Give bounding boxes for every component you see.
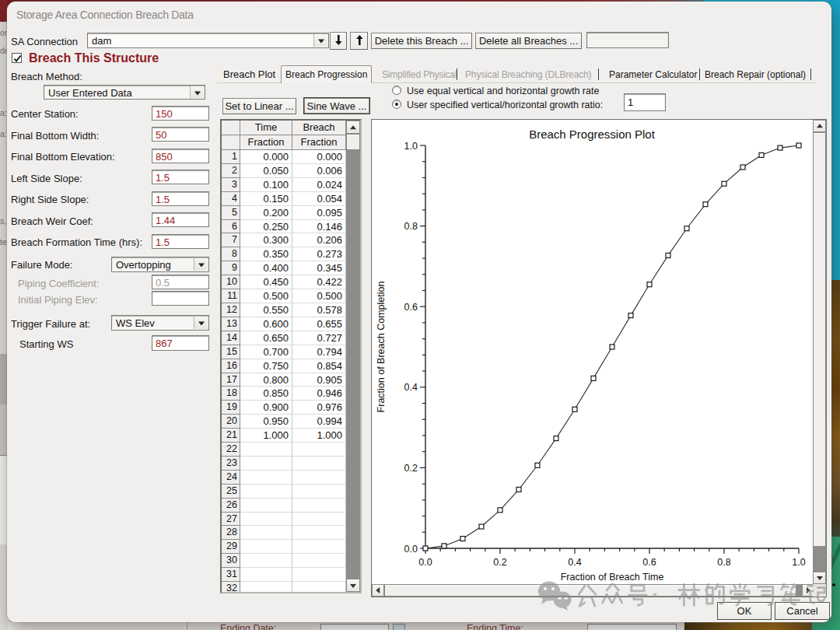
- cell-time-fraction[interactable]: 0.950: [240, 415, 292, 429]
- cell-time-fraction[interactable]: [240, 485, 292, 499]
- cell-breach-fraction[interactable]: 0.095: [292, 206, 346, 220]
- breach-method-combo[interactable]: User Entered Data: [44, 85, 205, 100]
- cell-time-fraction[interactable]: [240, 568, 292, 582]
- cell-time-fraction[interactable]: [240, 471, 292, 485]
- sa-connection-combo-button[interactable]: [313, 34, 327, 47]
- cell-breach-fraction[interactable]: [292, 582, 346, 592]
- scrollbar-track[interactable]: [346, 121, 360, 592]
- cell-breach-fraction[interactable]: [292, 513, 346, 527]
- cell-breach-fraction[interactable]: 0.794: [292, 345, 346, 359]
- cell-time-fraction[interactable]: [240, 513, 292, 527]
- cell-time-fraction[interactable]: 0.150: [240, 192, 292, 206]
- cell-time-fraction[interactable]: [240, 526, 292, 540]
- cell-time-fraction[interactable]: 0.200: [240, 206, 292, 220]
- cell-time-fraction[interactable]: [240, 499, 292, 513]
- cell-breach-fraction[interactable]: 0.905: [292, 373, 346, 387]
- cell-breach-fraction[interactable]: 0.006: [292, 164, 346, 178]
- cell-breach-fraction[interactable]: 0.500: [292, 289, 346, 303]
- cell-time-fraction[interactable]: [240, 457, 292, 471]
- cell-breach-fraction[interactable]: 0.976: [292, 401, 346, 415]
- tab-breach-progression[interactable]: Breach Progression: [285, 69, 367, 80]
- cell-time-fraction[interactable]: 0.350: [240, 247, 292, 261]
- cell-time-fraction[interactable]: 1.000: [240, 429, 292, 443]
- cell-time-fraction[interactable]: 0.700: [240, 345, 292, 359]
- trigger-failure-combo-button[interactable]: [194, 317, 208, 329]
- cell-breach-fraction[interactable]: [292, 568, 346, 582]
- starting-ws-field[interactable]: 867: [152, 335, 209, 351]
- tab-simplified-physical[interactable]: Simplified Physical: [382, 69, 457, 80]
- breach-this-structure-checkbox[interactable]: [12, 53, 22, 63]
- scroll-down-button[interactable]: [346, 579, 360, 592]
- failure-mode-combo[interactable]: Overtopping: [111, 257, 209, 272]
- tab-breach-plot[interactable]: Breach Plot: [223, 68, 275, 80]
- previous-connection-button[interactable]: [330, 32, 347, 50]
- cell-breach-fraction[interactable]: 0.655: [292, 317, 346, 331]
- cell-breach-fraction[interactable]: 0.054: [292, 192, 346, 206]
- table-vertical-scrollbar[interactable]: [346, 121, 360, 592]
- failure-mode-combo-button[interactable]: [194, 258, 208, 271]
- chart-vertical-scrollbar[interactable]: [813, 120, 826, 584]
- final-bottom-elevation-field[interactable]: 850: [152, 149, 209, 163]
- cell-breach-fraction[interactable]: 0.578: [292, 303, 346, 317]
- scroll-up-button[interactable]: [813, 120, 826, 132]
- delete-all-breaches-button[interactable]: Delete all Breaches ...: [475, 33, 582, 49]
- cell-breach-fraction[interactable]: [292, 457, 346, 471]
- cell-time-fraction[interactable]: 0.500: [240, 289, 292, 303]
- breach-method-combo-button[interactable]: [190, 86, 204, 98]
- sine-wave-button[interactable]: Sine Wave ...: [303, 97, 370, 114]
- cell-time-fraction[interactable]: 0.550: [240, 303, 292, 317]
- cell-time-fraction[interactable]: 0.850: [240, 387, 292, 401]
- cell-breach-fraction[interactable]: [292, 499, 346, 513]
- sa-connection-combo[interactable]: dam: [87, 33, 329, 48]
- cell-breach-fraction[interactable]: 0.994: [292, 415, 346, 429]
- right-side-slope-field[interactable]: 1.5: [152, 191, 209, 206]
- breach-weir-coef-field[interactable]: 1.44: [152, 212, 209, 227]
- cell-breach-fraction[interactable]: 0.206: [292, 233, 346, 247]
- cell-breach-fraction[interactable]: [292, 443, 346, 457]
- cell-time-fraction[interactable]: 0.250: [240, 220, 292, 234]
- next-connection-button[interactable]: [350, 32, 368, 50]
- cell-breach-fraction[interactable]: 0.000: [292, 150, 346, 164]
- scroll-left-button[interactable]: [372, 584, 384, 597]
- scrollbar-thumb[interactable]: [346, 134, 360, 150]
- cell-breach-fraction[interactable]: [292, 526, 346, 540]
- cell-time-fraction[interactable]: 0.450: [240, 275, 292, 289]
- cell-time-fraction[interactable]: 0.600: [240, 317, 292, 331]
- equal-growth-radio[interactable]: [392, 86, 401, 95]
- cell-breach-fraction[interactable]: [292, 485, 346, 499]
- cell-time-fraction[interactable]: 0.750: [240, 359, 292, 373]
- cell-breach-fraction[interactable]: 0.345: [292, 261, 346, 275]
- cell-time-fraction[interactable]: 0.400: [240, 261, 292, 275]
- growth-ratio-field[interactable]: 1: [624, 93, 666, 111]
- cell-breach-fraction[interactable]: 0.146: [292, 220, 346, 234]
- cell-breach-fraction[interactable]: 0.854: [292, 359, 346, 373]
- cell-time-fraction[interactable]: 0.900: [240, 401, 292, 415]
- final-bottom-width-field[interactable]: 50: [152, 127, 209, 142]
- scrollbar-thumb[interactable]: [813, 132, 826, 547]
- cell-time-fraction[interactable]: 0.300: [240, 233, 292, 247]
- cell-breach-fraction[interactable]: 0.422: [292, 275, 346, 289]
- trigger-failure-combo[interactable]: WS Elev: [111, 315, 209, 331]
- cell-breach-fraction[interactable]: [292, 554, 346, 568]
- cell-breach-fraction[interactable]: 0.727: [292, 331, 346, 345]
- specified-growth-radio[interactable]: [392, 100, 401, 109]
- cell-breach-fraction[interactable]: 1.000: [292, 429, 346, 443]
- cell-time-fraction[interactable]: 0.100: [240, 178, 292, 192]
- cell-breach-fraction[interactable]: [292, 540, 346, 554]
- tab-breach-repair[interactable]: Breach Repair (optional): [705, 69, 806, 80]
- scroll-up-button[interactable]: [346, 121, 360, 134]
- delete-this-breach-button[interactable]: Delete this Breach ...: [371, 33, 472, 49]
- cell-time-fraction[interactable]: 0.800: [240, 373, 292, 387]
- cell-time-fraction[interactable]: 0.650: [240, 331, 292, 345]
- cell-time-fraction[interactable]: [240, 540, 292, 554]
- cell-breach-fraction[interactable]: 0.946: [292, 387, 346, 401]
- set-to-linear-button[interactable]: Set to Linear ...: [222, 98, 296, 114]
- center-station-field[interactable]: 150: [152, 106, 209, 121]
- cell-breach-fraction[interactable]: 0.273: [292, 247, 346, 261]
- cell-time-fraction[interactable]: [240, 443, 292, 457]
- cell-time-fraction[interactable]: 0.050: [240, 164, 292, 178]
- tab-parameter-calculator[interactable]: Parameter Calculator: [609, 69, 697, 80]
- cell-breach-fraction[interactable]: 0.024: [292, 178, 346, 192]
- left-side-slope-field[interactable]: 1.5: [152, 170, 209, 184]
- cell-time-fraction[interactable]: [240, 582, 292, 592]
